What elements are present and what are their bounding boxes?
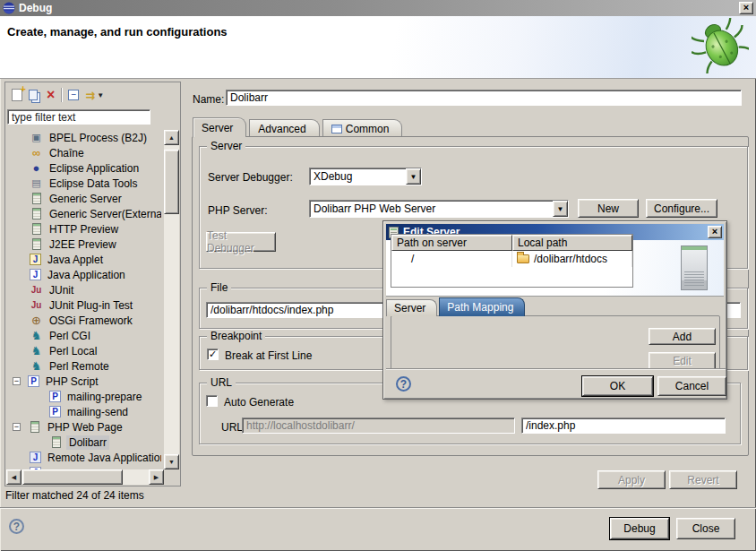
collapse-all-icon[interactable]: −: [68, 90, 79, 100]
phpweb-icon: [28, 421, 41, 434]
url-base-input[interactable]: [242, 418, 515, 434]
window-title: Debug: [19, 2, 52, 14]
php-server-combo[interactable]: Dolibarr PHP Web Server ▼: [309, 200, 569, 218]
filter-menu-arrow-icon: ▼: [97, 91, 104, 99]
cancel-button[interactable]: Cancel: [657, 376, 726, 396]
tree-item-java-application[interactable]: JJava Application: [6, 267, 161, 282]
url-path-input[interactable]: [521, 418, 726, 434]
horizontal-scroll-thumb[interactable]: [22, 469, 123, 485]
tree-item-label: PHP Web Page: [45, 420, 125, 435]
tree-item-osgi-framework[interactable]: ⊕OSGi Framework: [6, 313, 161, 328]
scroll-up-icon[interactable]: ▲: [164, 130, 179, 145]
url-group-legend: URL: [207, 376, 236, 389]
server-icon: [30, 238, 43, 251]
tree-item-eclipse-data-tools[interactable]: ▤Eclipse Data Tools: [6, 176, 161, 191]
filter-status-text: Filter matched 24 of 24 items: [5, 489, 144, 502]
tree-item-php-script[interactable]: −PPHP Script: [6, 374, 161, 389]
new-server-button[interactable]: New: [578, 199, 639, 218]
path-mapping-row[interactable]: //dolibarr/htdocs: [391, 251, 632, 267]
break-first-line-checkbox[interactable]: ✓: [207, 349, 219, 360]
revert-button[interactable]: Revert: [669, 470, 737, 489]
window-titlebar[interactable]: Debug ×: [0, 0, 756, 16]
auto-generate-checkbox[interactable]: [206, 395, 218, 407]
collapse-expander-icon[interactable]: −: [13, 423, 21, 431]
configure-server-button[interactable]: Configure...: [646, 199, 717, 218]
close-button[interactable]: Close: [676, 518, 735, 539]
tree-item-http-preview[interactable]: HTTP Preview: [6, 221, 161, 237]
tree-item-j2ee-preview[interactable]: J2EE Preview: [6, 237, 161, 252]
column-header-path-on-server[interactable]: Path on server: [391, 235, 512, 251]
server-debugger-combo[interactable]: XDebug ▼: [309, 168, 422, 185]
tree-item-mailing-send[interactable]: Pmailing-send: [6, 404, 161, 419]
tree-vertical-scrollbar[interactable]: ▲ ▼: [164, 130, 179, 469]
tab-advanced[interactable]: Advanced: [249, 119, 319, 137]
combo-arrow-icon[interactable]: ▼: [406, 168, 421, 185]
ok-button[interactable]: OK: [582, 376, 653, 396]
filter-configurations-icon[interactable]: ⇉ ▼: [85, 89, 104, 102]
auto-generate-label: Auto Generate: [224, 396, 294, 409]
datatools-icon: ▤: [30, 177, 43, 190]
dialog-help-button[interactable]: ?: [396, 376, 411, 392]
debug-configurations-window: Debug × Create, manage, and run configur…: [0, 0, 756, 551]
tree-item-dolibarr[interactable]: Dolibarr: [6, 435, 161, 450]
scroll-left-icon[interactable]: ◀: [6, 469, 21, 485]
dialog-tab-server[interactable]: Server: [386, 299, 437, 316]
name-input[interactable]: [226, 90, 742, 106]
edit-server-dialog: Edit Server × Edit Server Path Mapping C…: [382, 220, 727, 400]
tree-item-perl-local[interactable]: ♞Perl Local: [6, 343, 161, 358]
path-mapping-header-row: Path on server Local path: [391, 235, 632, 251]
tree-item-perl-remote[interactable]: ♞Perl Remote: [6, 358, 161, 374]
scroll-down-icon[interactable]: ▼: [164, 454, 179, 469]
dialog-tabbar: Server Path Mapping: [386, 297, 527, 316]
tab-common[interactable]: Common: [322, 119, 403, 137]
chain-icon: ∞: [30, 147, 43, 159]
tree-item-label: HTTP Preview: [47, 222, 121, 237]
tree-item-generic-server-external-la[interactable]: Generic Server(External La: [6, 206, 161, 221]
debug-button[interactable]: Debug: [610, 518, 669, 539]
toolbar-separator: [61, 88, 62, 102]
vertical-scroll-thumb[interactable]: [164, 150, 179, 214]
tree-item-label: Perl Remote: [47, 359, 112, 374]
tree-item-bpel-process-b2j[interactable]: ▣BPEL Process (B2J): [6, 130, 161, 145]
tree-item-junit-plug-in-test[interactable]: JuJUnit Plug-in Test: [6, 297, 161, 313]
tree-item-label: Perl CGI: [47, 329, 93, 343]
duplicate-configuration-icon[interactable]: [29, 90, 38, 100]
php-server-label: PHP Server:: [208, 204, 267, 217]
config-tree: ▣BPEL Process (B2J)∞Chaîne●Eclipse Appli…: [6, 130, 161, 469]
edit-mapping-button[interactable]: Edit: [649, 352, 716, 370]
scroll-right-icon[interactable]: ▶: [149, 469, 164, 485]
tree-item-generic-server[interactable]: Generic Server: [6, 191, 161, 206]
tree-item-perl-cgi[interactable]: ♞Perl CGI: [6, 328, 161, 343]
test-debugger-button[interactable]: Test Debugger: [206, 232, 276, 252]
tree-item-php-web-page[interactable]: −PHP Web Page: [6, 419, 161, 435]
add-mapping-button[interactable]: Add: [649, 328, 716, 345]
delete-configuration-icon[interactable]: ×: [47, 89, 55, 101]
column-header-local-path[interactable]: Local path: [512, 235, 632, 251]
tree-item-remote-java-application[interactable]: JRemote Java Application: [6, 450, 161, 465]
window-close-button[interactable]: ×: [739, 2, 753, 14]
tree-item-cha-ne[interactable]: ∞Chaîne: [6, 145, 161, 160]
tree-item-label: Generic Server(External La: [47, 207, 161, 221]
help-button[interactable]: ?: [9, 519, 24, 534]
tree-item-junit[interactable]: JuJUnit: [6, 282, 161, 297]
breakpoint-group-legend: Breakpoint: [207, 330, 265, 342]
filter-input[interactable]: [7, 109, 150, 125]
server-debugger-value: XDebug: [310, 170, 406, 183]
tab-server[interactable]: Server: [193, 117, 246, 137]
combo-arrow-icon[interactable]: ▼: [553, 201, 568, 217]
tree-item-label: BPEL Process (B2J): [47, 131, 150, 145]
tab-common-label: Common: [346, 123, 390, 135]
tree-item-java-applet[interactable]: JJava Applet: [6, 252, 161, 267]
perlcgi-icon: ♞: [30, 330, 43, 342]
config-tabbar: Server Advanced Common: [193, 117, 405, 137]
tree-horizontal-scrollbar[interactable]: ◀ ▶: [6, 469, 164, 485]
apply-button[interactable]: Apply: [597, 470, 666, 489]
new-configuration-icon[interactable]: [12, 89, 22, 101]
tree-item-mailing-prepare[interactable]: Pmailing-prepare: [6, 389, 161, 404]
perl-icon: ♞: [30, 345, 43, 357]
dialog-tab-path-mapping[interactable]: Path Mapping: [439, 297, 525, 316]
collapse-expander-icon[interactable]: −: [13, 377, 21, 385]
java-icon: J: [30, 269, 41, 280]
tree-item-eclipse-application[interactable]: ●Eclipse Application: [6, 160, 161, 176]
dialog-close-button[interactable]: ×: [708, 226, 722, 238]
